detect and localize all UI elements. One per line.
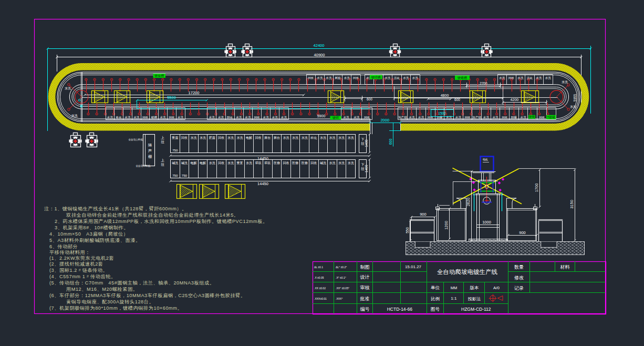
svg-text:肥腐: 肥腐: [209, 136, 215, 140]
svg-text:2、药水槽体采用国产A级12mmPP板，水洗和回收用10mm: 2、药水槽体采用国产A级12mmPP板，水洗和回收用10mmPP板制作。镀铬槽P…: [55, 219, 268, 224]
svg-text:水洗: 水洗: [329, 136, 336, 140]
svg-text:铬化: 铬化: [116, 116, 122, 119]
svg-text:挂: 挂: [161, 162, 164, 166]
svg-text:水洗: 水洗: [520, 116, 527, 119]
svg-text:HZGM-CD-112: HZGM-CD-112: [461, 307, 491, 312]
svg-text:水洗: 水洗: [325, 76, 332, 80]
svg-text:水洗: 水洗: [227, 161, 234, 165]
svg-text:水洗: 水洗: [338, 161, 345, 165]
svg-text:回收: 回收: [169, 116, 175, 119]
svg-text:全自动下料机: 全自动下料机: [136, 165, 150, 167]
svg-text:水洗: 水洗: [545, 76, 552, 80]
svg-text:记录: 记录: [514, 286, 524, 291]
svg-text:回收: 回收: [539, 116, 545, 119]
svg-text:上: 上: [161, 158, 164, 162]
svg-text:版本: 版本: [470, 285, 479, 290]
svg-text:活化: 活化: [527, 76, 533, 80]
svg-text:回收: 回收: [218, 161, 224, 165]
svg-text:水洗: 水洗: [316, 76, 323, 80]
svg-text:水洗: 水洗: [237, 136, 243, 140]
svg-text:平移传动材料用：: 平移传动材料用：: [49, 250, 90, 255]
svg-text:MM: MM: [451, 286, 458, 290]
svg-text:.X ±0.05: .X ±0.05: [314, 276, 324, 279]
svg-text:回收: 回收: [181, 136, 188, 140]
svg-text:水洗: 水洗: [329, 161, 336, 165]
svg-text:重置: 重置: [236, 161, 243, 165]
svg-text:(4、C557mm 1〃传动齿轮。: (4、C557mm 1〃传动齿轮。: [49, 274, 116, 279]
svg-text:电解: 电解: [200, 161, 206, 165]
svg-text:(1、2.2KW东莞东元电机2套: (1、2.2KW东莞东元电机2套: [49, 256, 114, 261]
svg-text:水洗: 水洗: [348, 161, 354, 165]
svg-text:舞台: 舞台: [274, 136, 280, 140]
svg-text:2700: 2700: [480, 82, 487, 85]
svg-text:.XXX±0.01: .XXX±0.01: [314, 297, 327, 300]
svg-text:医條: 医條: [274, 161, 280, 165]
svg-text:回收: 回收: [502, 116, 508, 119]
svg-text:活化: 活化: [394, 76, 400, 80]
svg-text:(6、车仔部分：12MMA3车仔板，10MMA3车仔板扁钢，: (6、车仔部分：12MMA3车仔板，10MMA3车仔板扁钢，C25空心A3圆棒外…: [49, 292, 245, 298]
svg-text:水洗: 水洗: [418, 116, 424, 119]
svg-text:用M12、M16、M20螺栓紧固。: 用M12、M16、M20螺栓紧固。: [66, 287, 138, 292]
svg-text:下: 下: [361, 162, 365, 166]
svg-text:回收: 回收: [364, 116, 370, 119]
svg-text:ΔL° ±0.2°: ΔL° ±0.2°: [336, 266, 347, 269]
svg-text:600: 600: [367, 97, 372, 101]
svg-text:回收: 回收: [308, 76, 314, 79]
svg-text:全自动上料机: 全自动上料机: [128, 138, 143, 141]
svg-text:5955: 5955: [573, 94, 577, 101]
svg-text:(3、国标1.2〃链条传动。: (3、国标1.2〃链条传动。: [49, 268, 108, 273]
svg-text:镀铬槽: 镀铬槽: [457, 76, 467, 80]
svg-text:上: 上: [161, 136, 164, 139]
svg-text:棚: 棚: [148, 155, 152, 158]
svg-text:回收: 回收: [283, 161, 289, 165]
svg-text:批准: 批准: [360, 296, 370, 301]
svg-text:破槽: 破槽: [151, 116, 158, 119]
svg-text:5900: 5900: [317, 114, 326, 118]
svg-text:(7、机架阴极铜排为80*10mm，镀槽内铜排为10×60m: (7、机架阴极铜排为80*10mm，镀槽内铜排为10×60mm。: [49, 306, 182, 311]
svg-text:舞台: 舞台: [264, 136, 271, 140]
svg-text:设计: 设计: [360, 274, 370, 280]
svg-text:1700: 1700: [534, 184, 539, 192]
svg-text:水洗: 水洗: [455, 116, 462, 119]
svg-text:镀锌: 镀锌: [332, 116, 339, 119]
svg-text:水洗: 水洗: [107, 116, 113, 119]
svg-text:4、10mm×50 A3扁钢（爬坡位）: 4、10mm×50 A3扁钢（爬坡位）: [49, 231, 129, 237]
svg-text:600: 600: [454, 98, 460, 101]
svg-text:水洗: 水洗: [342, 116, 349, 119]
svg-text:数量: 数量: [514, 264, 524, 270]
svg-text:1:1: 1:1: [451, 296, 457, 301]
svg-text:750: 750: [182, 174, 188, 177]
svg-text:水洗: 水洗: [133, 116, 140, 119]
svg-text:600: 600: [389, 139, 392, 145]
svg-text:水洗: 水洗: [244, 116, 251, 119]
svg-text:回收: 回收: [254, 116, 260, 119]
svg-text:42400: 42400: [314, 43, 325, 48]
svg-text:550: 550: [406, 227, 409, 233]
svg-text:1400: 1400: [365, 165, 369, 172]
svg-text:2620: 2620: [466, 198, 471, 207]
svg-text:重腐: 重腐: [171, 136, 178, 140]
svg-text:挂: 挂: [361, 141, 365, 145]
svg-text:17200: 17200: [189, 90, 200, 95]
svg-text:水洗: 水洗: [292, 136, 298, 140]
svg-text:1400: 1400: [365, 139, 369, 147]
svg-text:阴极: 阴极: [437, 116, 443, 119]
svg-text:750: 750: [172, 148, 178, 152]
svg-text:电解: 电解: [191, 161, 197, 165]
svg-text:水洗: 水洗: [235, 116, 242, 119]
svg-text:树脂: 树脂: [335, 76, 341, 79]
svg-text:镀铬: 镀铬: [528, 115, 535, 119]
svg-text:加产链: 加产链: [398, 116, 407, 119]
svg-text:水洗: 水洗: [272, 116, 278, 119]
svg-text:水洗: 水洗: [281, 116, 287, 119]
svg-text:水洗: 水洗: [483, 116, 490, 119]
svg-text:6、传动部分: 6、传动部分: [49, 244, 78, 249]
svg-text:电解: 电解: [246, 136, 252, 140]
svg-text:隔: 隔: [148, 143, 152, 147]
svg-text:双挂全自动锌合金前处理生产线和双挂全自动铝合金前处理生产线长: 双挂全自动锌合金前处理生产线和双挂全自动铝合金前处理生产线长14米5。: [66, 212, 239, 218]
svg-text:碱洗: 碱洗: [172, 161, 178, 165]
svg-text:水洗: 水洗: [65, 87, 71, 90]
svg-text:水洗: 水洗: [353, 116, 360, 119]
svg-text:双联: 双联: [255, 161, 262, 165]
svg-text:水洗: 水洗: [283, 136, 289, 140]
